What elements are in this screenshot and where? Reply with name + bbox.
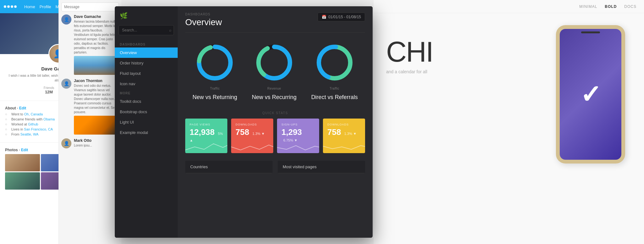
chart-traffic-new-returning: Traffic New vs Returning <box>192 42 237 101</box>
sidebar-item-bootstrap[interactable]: Bootstrap docs <box>115 107 178 117</box>
bottom-row: Countries Most visited pages <box>185 161 365 173</box>
right-top-nav: MINIMAL BOLD DOCS <box>374 0 644 13</box>
feed-item-3: 👤 Mark Otto Lorem ipsu... <box>61 138 119 148</box>
signups-value: 1,293 <box>281 127 302 137</box>
friends-value: 12M <box>44 90 54 94</box>
right-nav-minimal[interactable]: MINIMAL <box>579 4 597 9</box>
nav-profile[interactable]: Profile <box>40 4 51 9</box>
donut-1 <box>194 42 235 83</box>
feed-avatar-1: 👤 <box>61 14 71 25</box>
stats-row: PAGE VIEWS 12,938 5% ▲ DOWNLOADS 758 1.3… <box>185 119 365 153</box>
phone-outer: ✓ <box>556 25 625 164</box>
sidebar-item-example-modal[interactable]: Example modal <box>115 127 178 138</box>
about-edit-link[interactable]: Edit <box>19 106 26 110</box>
signups-label: SIGN-UPS <box>281 123 315 126</box>
feed-content-3: Mark Otto Lorem ipsu... <box>74 138 119 148</box>
sidebar-item-light-ui[interactable]: Light UI <box>115 117 178 127</box>
message-input[interactable] <box>61 3 119 11</box>
checkmark-icon: ✓ <box>580 80 601 109</box>
hero-sub: and a calendar for all <box>386 69 433 74</box>
seattle-link[interactable]: Seattle, WA <box>20 132 39 136</box>
location-icon: ○ <box>5 112 9 116</box>
header-left: DASHBOARDS Overview <box>185 13 222 27</box>
dashboard-overlay: 🌿 ⌕ DASHBOARDS Overview Order history Fl… <box>115 6 373 238</box>
feed-panel: 👤 Dave Gamache Aenean lacinia bibendum n… <box>58 0 121 244</box>
sidebar-item-overview[interactable]: Overview <box>115 47 178 58</box>
pageviews-value: 12,938 <box>190 127 215 137</box>
feed-image-2 <box>74 116 119 135</box>
work-icon: ○ <box>5 122 9 126</box>
donut-2 <box>254 42 295 83</box>
donut-3 <box>314 42 355 83</box>
date-badge[interactable]: 📅 01/01/15 - 01/08/15 <box>318 13 365 21</box>
date-range: 01/01/15 - 01/08/15 <box>328 15 361 19</box>
friends-label: Friends <box>44 86 54 90</box>
photo-4[interactable] <box>5 172 40 190</box>
feed-avatar-3: 👤 <box>61 138 71 148</box>
chart-1-title: New vs Returning <box>192 94 237 101</box>
countries-table: Countries <box>185 161 273 173</box>
downloads-2-change: 1.3% ▼ <box>344 132 357 136</box>
logo <box>4 5 17 8</box>
countries-header: Countries <box>185 161 273 173</box>
pageviews-label: PAGE VIEWS <box>190 123 223 126</box>
pin-icon: ○ <box>5 132 9 136</box>
feed-avatar-2: 👤 <box>61 79 71 89</box>
feed-item-1: 👤 Dave Gamache Aenean lacinia bibendum n… <box>61 14 119 75</box>
chart-1-category: Traffic <box>210 87 220 90</box>
search-input[interactable] <box>119 25 174 35</box>
phone-mockup: ✓ <box>556 25 625 164</box>
friends-stat: Friends 12M <box>44 86 54 94</box>
downloads-2-value: 758 <box>327 127 341 137</box>
nav-home[interactable]: Home <box>24 4 35 9</box>
section-label-dashboards: DASHBOARDS <box>115 40 178 47</box>
dashboard-header: DASHBOARDS Overview 📅 01/01/15 - 01/08/1… <box>185 13 365 33</box>
dashboard-main: DASHBOARDS Overview 📅 01/01/15 - 01/08/1… <box>178 6 373 238</box>
dash-logo: 🌿 <box>115 6 178 25</box>
most-visited-table: Most visited pages <box>278 161 365 173</box>
sf-link[interactable]: San Francisco, CA <box>24 127 53 131</box>
dashboard-sidebar: 🌿 ⌕ DASHBOARDS Overview Order history Fl… <box>115 6 178 238</box>
photo-1[interactable] <box>5 154 40 171</box>
sidebar-item-toolkit[interactable]: Toolkit docs <box>115 96 178 107</box>
quick-stats-label: QUICK STATS <box>185 111 365 115</box>
right-panel: MINIMAL BOLD DOCS CHI and a calendar for… <box>374 0 644 244</box>
feed-item-2: 👤 Jacon Thornton Donec sed odio dui metu… <box>61 79 119 135</box>
phone-notch <box>581 31 600 33</box>
github-link[interactable]: Github <box>28 122 38 126</box>
leaf-icon: 🌿 <box>120 12 128 19</box>
chart-revenue-new-recurring: Revenue New vs Recurring <box>252 42 297 101</box>
downloads-2-label: DOWNLOADS <box>327 123 361 126</box>
chart-2-title: New vs Recurring <box>252 94 297 101</box>
page-title: Overview <box>185 17 222 27</box>
section-label-more: MORE <box>115 89 178 96</box>
photos-edit-link[interactable]: Edit <box>21 148 28 152</box>
chart-traffic-direct-referrals: Traffic Direct vs Referrals <box>311 42 358 101</box>
feed-image-1 <box>74 56 119 75</box>
stat-card-signups: SIGN-UPS 1,293 6.75% ▼ <box>277 119 319 153</box>
hero-area: CHI and a calendar for all <box>386 38 433 74</box>
feed-author-3: Mark Otto <box>74 138 119 143</box>
chart-3-title: Direct vs Referrals <box>311 94 358 101</box>
obama-link[interactable]: Obama <box>43 117 55 121</box>
right-nav-docs[interactable]: DOCS <box>624 4 636 9</box>
downloads-1-value: 758 <box>236 127 249 137</box>
breadcrumb: DASHBOARDS <box>185 13 222 16</box>
sidebar-item-order-history[interactable]: Order history <box>115 58 178 68</box>
friends-icon: ○ <box>5 117 9 121</box>
home-icon: ○ <box>5 127 9 131</box>
hero-text: CHI <box>386 38 433 66</box>
right-content: CHI and a calendar for all ✓ <box>374 13 644 244</box>
stat-card-downloads-1: DOWNLOADS 758 1.3% ▼ <box>231 119 273 153</box>
search-icon: ⌕ <box>169 28 171 32</box>
sidebar-item-icon-nav[interactable]: Icon nav <box>115 79 178 89</box>
stat-card-pageviews: PAGE VIEWS 12,938 5% ▲ <box>185 119 227 153</box>
feed-text-1: Aenean lacinia bibendum nulla fels euism… <box>74 19 119 55</box>
downloads-1-label: DOWNLOADS <box>236 123 269 126</box>
feed-content-1: Dave Gamache Aenean lacinia bibendum nul… <box>74 14 119 75</box>
stat-card-downloads-2: DOWNLOADS 758 1.3% ▼ <box>323 119 365 153</box>
right-nav-bold[interactable]: BOLD <box>605 4 617 9</box>
sidebar-item-fluid-layout[interactable]: Fluid layout <box>115 68 178 79</box>
feed-text-3: Lorem ipsu... <box>74 143 119 148</box>
canada-link[interactable]: Oh, Canada <box>24 112 43 116</box>
